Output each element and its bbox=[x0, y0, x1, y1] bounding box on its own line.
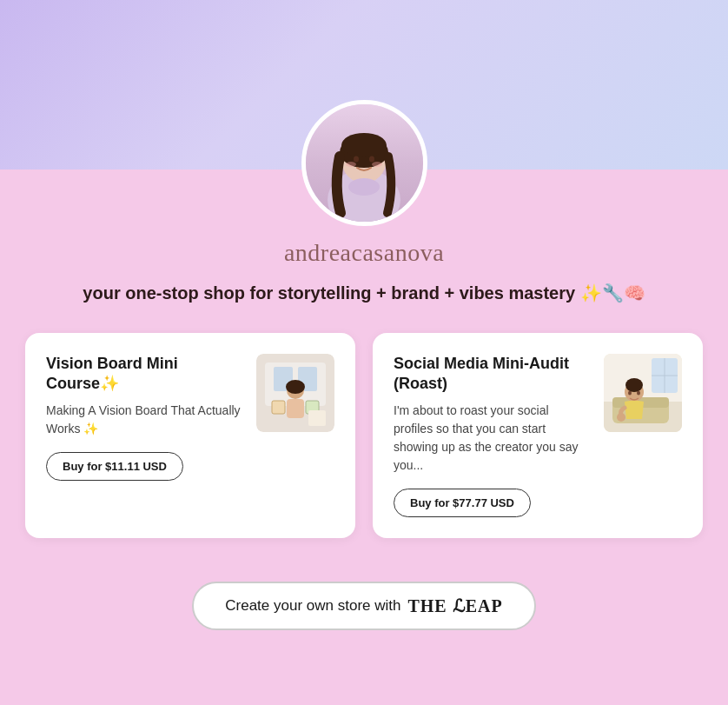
product-card-social-audit: Social Media Mini-Audit (Roast) I'm abou… bbox=[373, 333, 703, 538]
product-thumbnail-2 bbox=[604, 354, 682, 432]
card-left: Vision Board Mini Course✨ Making A Visio… bbox=[46, 354, 242, 438]
svg-point-7 bbox=[369, 156, 374, 163]
hero-banner bbox=[0, 0, 728, 170]
product-thumbnail bbox=[256, 354, 334, 432]
card-top: Vision Board Mini Course✨ Making A Visio… bbox=[46, 354, 334, 438]
product-card-vision-board: Vision Board Mini Course✨ Making A Visio… bbox=[25, 333, 355, 538]
cta-brand-text: THE ℒEAP bbox=[407, 595, 502, 616]
footer-cta: Create your own store with THE ℒEAP bbox=[192, 582, 535, 630]
buy-button-vision-board[interactable]: Buy for $11.11 USD bbox=[46, 452, 183, 481]
svg-point-29 bbox=[625, 378, 643, 392]
svg-point-30 bbox=[617, 413, 625, 422]
buy-button-social-audit[interactable]: Buy for $77.77 USD bbox=[394, 489, 531, 517]
card-left-2: Social Media Mini-Audit (Roast) I'm abou… bbox=[394, 354, 590, 475]
products-grid: Vision Board Mini Course✨ Making A Visio… bbox=[8, 333, 720, 538]
svg-point-32 bbox=[637, 391, 640, 396]
svg-point-8 bbox=[346, 162, 356, 167]
product-description-2: I'm about to roast your social profiles … bbox=[394, 402, 590, 475]
svg-rect-19 bbox=[308, 410, 326, 426]
svg-rect-15 bbox=[287, 399, 304, 418]
create-store-button[interactable]: Create your own store with THE ℒEAP bbox=[192, 582, 535, 630]
product-title: Vision Board Mini Course✨ bbox=[46, 354, 242, 395]
svg-point-18 bbox=[286, 380, 305, 394]
svg-point-31 bbox=[628, 391, 632, 396]
svg-point-9 bbox=[372, 162, 382, 167]
svg-rect-16 bbox=[272, 401, 285, 414]
product-title-2: Social Media Mini-Audit (Roast) bbox=[394, 354, 590, 395]
svg-point-6 bbox=[354, 156, 359, 163]
username: andreacasanova bbox=[284, 239, 444, 267]
avatar bbox=[301, 100, 427, 226]
svg-point-5 bbox=[348, 178, 380, 196]
cta-pre-text: Create your own store with bbox=[225, 597, 400, 615]
card-top-2: Social Media Mini-Audit (Roast) I'm abou… bbox=[394, 354, 682, 475]
main-content: andreacasanova your one-stop shop for st… bbox=[0, 170, 728, 705]
tagline: your one-stop shop for storytelling + br… bbox=[65, 281, 662, 305]
svg-point-4 bbox=[341, 133, 387, 157]
product-description: Making A Vision Board That Actually Work… bbox=[46, 402, 242, 438]
